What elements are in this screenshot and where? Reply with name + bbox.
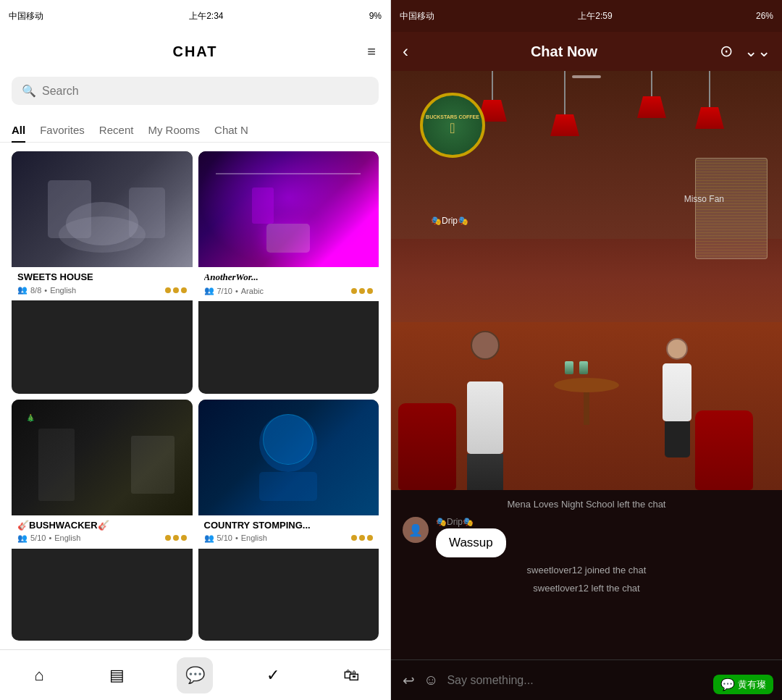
room-card-3[interactable]: 🎄 🎸Bushwacker🎸 👥 5/10 • English xyxy=(12,400,193,641)
room-card-4[interactable]: COUNTRY STOMPING... 👥 5/10 • English xyxy=(198,400,379,641)
lamp-shade-4 xyxy=(695,107,724,129)
room-meta-4: 👥 5/10 • English xyxy=(204,534,374,543)
occupancy-2: 7/10 xyxy=(217,287,232,295)
avatar-drip: 👤 xyxy=(403,517,429,543)
people-icon-4: 👥 xyxy=(204,534,214,543)
time-left: 上午2:34 xyxy=(189,10,223,22)
room-card-1[interactable]: SWEETS HOUSE 👥 8/8 • English xyxy=(12,151,193,394)
glitch-panel xyxy=(695,158,768,259)
dot xyxy=(367,535,373,541)
room-thumb-3: 🎄 xyxy=(12,400,193,515)
search-icon: 🔍 xyxy=(22,84,36,98)
room-info-2: AnotherWor... 👥 7/10 • Arabic xyxy=(198,267,379,301)
misso-label: Misso Fan xyxy=(684,194,724,204)
filter-icon[interactable]: ≡ xyxy=(367,43,376,60)
back-button[interactable]: ‹ xyxy=(403,41,408,62)
room-info-1: SWEETS HOUSE 👥 8/8 • English xyxy=(12,267,193,300)
room-info-4: COUNTRY STOMPING... 👥 5/10 • English xyxy=(198,515,379,549)
room-dots-1 xyxy=(165,287,187,293)
room-name-2: AnotherWor... xyxy=(204,271,374,283)
drag-handle[interactable] xyxy=(572,75,601,78)
tab-recent[interactable]: Recent xyxy=(99,117,134,142)
occupancy-4: 5/10 xyxy=(217,534,232,542)
msg-content-drip: 🎭Drip🎭 Wassup xyxy=(436,517,506,557)
lamp-cord-4 xyxy=(709,71,710,107)
drink-cup-2 xyxy=(579,361,588,374)
misso-name: Misso Fan xyxy=(684,194,724,204)
room-thumb-4 xyxy=(198,400,379,515)
coffee-table xyxy=(554,378,619,425)
right-panel: 中国移动 上午2:59 26% ‹ Chat Now ⊙ ⌄⌄ xyxy=(391,0,782,700)
rooms-grid: SWEETS HOUSE 👥 8/8 • English xyxy=(0,143,390,649)
system-msg-1: Mena Loves Night School left the chat xyxy=(403,499,770,510)
occupancy-3: 5/10 xyxy=(30,534,46,542)
nav-shop[interactable]: 🛍 xyxy=(333,657,369,693)
search-bar[interactable]: 🔍 xyxy=(12,77,379,105)
tab-my-rooms[interactable]: My Rooms xyxy=(148,117,200,142)
char-misso-head xyxy=(666,338,688,360)
nav-activity[interactable]: ✓ xyxy=(255,657,291,693)
msg-bubble-drip: Wassup xyxy=(436,528,506,557)
char-misso-body xyxy=(663,363,691,421)
search-input[interactable] xyxy=(42,85,369,98)
tab-chat[interactable]: Chat N xyxy=(214,117,248,142)
coffee-logo-deer: 𓃠 xyxy=(450,120,455,137)
table-top xyxy=(554,378,619,392)
language-3: English xyxy=(54,534,80,542)
language-2: Arabic xyxy=(241,287,264,295)
lamp-cord-1 xyxy=(492,71,493,100)
lamp-4 xyxy=(695,71,724,129)
menu-icon[interactable]: ⌄⌄ xyxy=(744,42,770,61)
room-meta-left-3: 👥 5/10 • English xyxy=(17,534,80,543)
tabs-container: All Favorites Recent My Rooms Chat N xyxy=(0,117,390,143)
glitch-lines xyxy=(696,159,767,258)
drip-label: 🎭Drip🎭 xyxy=(431,216,468,226)
room-meta-left-2: 👥 7/10 • Arabic xyxy=(204,286,264,295)
chat-room-title: Chat Now xyxy=(531,43,597,60)
coffee-shop-logo: BUCKSTARS COFFEE 𓃠 xyxy=(420,93,485,158)
bottom-nav: ⌂ ▤ 💬 ✓ 🛍 xyxy=(0,649,390,700)
left-panel: 中国移动 上午2:34 9% CHAT ≡ 🔍 All Favorites Re… xyxy=(0,0,391,700)
chair-right xyxy=(695,410,753,490)
occupancy-1: 8/8 xyxy=(30,286,41,295)
system-msg-3: sweetlover12 left the chat xyxy=(403,583,770,594)
character-misso xyxy=(652,338,702,454)
room-card-2[interactable]: AnotherWor... 👥 7/10 • Arabic xyxy=(198,151,379,394)
chat-area: Mena Loves Night School left the chat 👤 … xyxy=(391,490,782,700)
nav-chat[interactable]: 💬 xyxy=(177,657,213,693)
emoji-icon[interactable]: ☺ xyxy=(424,672,438,688)
dot xyxy=(181,535,187,541)
chat-msg-drip: 👤 🎭Drip🎭 Wassup xyxy=(403,517,770,557)
room-meta-3: 👥 5/10 • English xyxy=(17,534,187,543)
room-name-4: COUNTRY STOMPING... xyxy=(204,520,374,531)
lamp-3 xyxy=(637,71,666,118)
language-4: English xyxy=(241,534,267,542)
table-leg xyxy=(584,392,589,425)
dot xyxy=(173,535,179,541)
char-drip-body xyxy=(467,381,503,454)
dot xyxy=(351,288,357,294)
scene-background: BUCKSTARS COFFEE 𓃠 xyxy=(391,71,782,490)
dot xyxy=(165,535,171,541)
camera-icon[interactable]: ⊙ xyxy=(720,42,733,61)
status-bar-right: 中国移动 上午2:59 26% xyxy=(391,0,782,32)
avatar-drip-icon: 👤 xyxy=(408,523,423,537)
nav-home[interactable]: ⌂ xyxy=(21,657,57,693)
dot xyxy=(173,287,179,293)
lamp-2 xyxy=(550,71,579,136)
wechat-username: 黄有璨 xyxy=(738,678,766,691)
nav-catalog[interactable]: ▤ xyxy=(99,657,135,693)
tab-favorites[interactable]: Favorites xyxy=(40,117,85,142)
drip-name: 🎭Drip🎭 xyxy=(431,216,468,226)
coffee-logo-text: BUCKSTARS COFFEE xyxy=(426,114,479,120)
lamp-shade-2 xyxy=(550,114,579,136)
reply-icon[interactable]: ↩ xyxy=(403,672,415,689)
room-dots-4 xyxy=(351,535,373,541)
room-name-3: 🎸Bushwacker🎸 xyxy=(17,520,187,531)
tab-all[interactable]: All xyxy=(12,117,25,142)
drink-cup-1 xyxy=(565,361,573,374)
dot xyxy=(351,535,357,541)
people-icon-1: 👥 xyxy=(17,285,28,295)
carrier-left: 中国移动 xyxy=(9,10,43,22)
dot xyxy=(165,287,171,293)
